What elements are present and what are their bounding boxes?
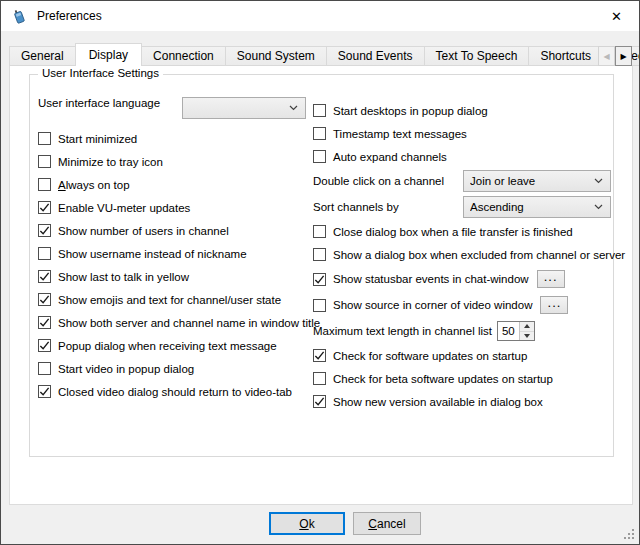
checkbox-label: Start minimized — [58, 133, 137, 145]
checkbox-check-for-beta-software-updates-on-startup[interactable] — [313, 372, 326, 385]
cancel-button[interactable]: Cancel — [353, 512, 421, 535]
checkbox-label: Show last to talk in yellow — [58, 271, 189, 283]
spin-up-button[interactable] — [520, 322, 534, 332]
checkbox-enable-vu-meter-updates[interactable] — [38, 201, 51, 214]
row-timestamp-text-messages: Timestamp text messages — [313, 122, 611, 145]
checkbox-label: Auto expand channels — [333, 151, 447, 163]
checkbox-label: Check for software updates on startup — [333, 350, 527, 362]
checkbox-label: Show new version available in dialog box — [333, 396, 543, 408]
dialog-buttons: Ok Cancel — [1, 512, 639, 535]
combo-double-click-on-a-channel[interactable]: Join or leave — [463, 170, 611, 192]
row-show-new-version-available-in-dialog-box: Show new version available in dialog box — [313, 390, 611, 413]
row-show-username-instead-of-nickname: Show username instead of nickname — [38, 242, 306, 265]
row-popup-dialog-when-receiving-text-message: Popup dialog when receiving text message — [38, 334, 306, 357]
right-column: Start desktops in popup dialogTimestamp … — [313, 75, 611, 413]
tab-panel-display: User Interface Settings User interface l… — [9, 65, 633, 505]
tab-display[interactable]: Display — [75, 43, 142, 66]
ellipsis-label: ... — [544, 269, 558, 284]
checkbox-show-last-to-talk-in-yellow[interactable] — [38, 270, 51, 283]
checkbox-minimize-to-tray-icon[interactable] — [38, 155, 51, 168]
row-maximum-text-length-in-channel-list: Maximum text length in channel list50 — [313, 318, 611, 344]
spin-down-button[interactable] — [520, 332, 534, 341]
row-check-for-software-updates-on-startup: Check for software updates on startup — [313, 344, 611, 367]
row-always-on-top: Always on top — [38, 173, 306, 196]
tab-shortcuts[interactable]: Shortcuts — [528, 46, 603, 66]
close-button[interactable]: ✕ — [594, 1, 639, 31]
chevron-down-icon — [289, 105, 298, 111]
tab-label: Display — [89, 48, 128, 62]
row-sort-channels-by: Sort channels byAscending — [313, 194, 611, 220]
checkbox-check-for-software-updates-on-startup[interactable] — [313, 349, 326, 362]
checkbox-show-source-in-corner-of-video-window[interactable] — [313, 299, 326, 312]
tab-sound-events[interactable]: Sound Events — [326, 46, 425, 66]
tab-label: Sound Events — [338, 49, 413, 63]
checkbox-label: Always on top — [58, 179, 130, 191]
checkbox-label: Show number of users in channel — [58, 225, 229, 237]
more-options-button[interactable]: ... — [540, 296, 568, 314]
ellipsis-label: ... — [548, 295, 562, 310]
checkbox-start-minimized[interactable] — [38, 132, 51, 145]
tab-label: General — [21, 49, 64, 63]
row-start-desktops-in-popup-dialog: Start desktops in popup dialog — [313, 99, 611, 122]
left-column: User interface languageStart minimizedMi… — [38, 75, 306, 403]
row-auto-expand-channels: Auto expand channels — [313, 145, 611, 168]
combo-value: Join or leave — [470, 175, 594, 187]
tab-scroll-left-button[interactable]: ◀ — [598, 46, 615, 66]
checkbox-timestamp-text-messages[interactable] — [313, 127, 326, 140]
tab-text-to-speech[interactable]: Text To Speech — [424, 46, 530, 66]
app-icon — [10, 7, 28, 25]
tab-label: Connection — [153, 49, 214, 63]
checkbox-start-video-in-popup-dialog[interactable] — [38, 362, 51, 375]
tab-label: Text To Speech — [436, 49, 518, 63]
checkbox-label: Start desktops in popup dialog — [333, 105, 488, 117]
checkbox-close-dialog-box-when-a-file-transfer-is-finished[interactable] — [313, 225, 326, 238]
checkbox-show-a-dialog-box-when-excluded-from-channel-or-server[interactable] — [313, 248, 326, 261]
checkbox-show-username-instead-of-nickname[interactable] — [38, 247, 51, 260]
chevron-down-icon — [594, 178, 603, 184]
combo-value: Ascending — [470, 201, 594, 213]
checkbox-label: Show both server and channel name in win… — [58, 317, 320, 329]
checkbox-label: Show a dialog box when excluded from cha… — [333, 249, 625, 261]
checkbox-always-on-top[interactable] — [38, 178, 51, 191]
checkbox-show-emojis-and-text-for-channel-user-state[interactable] — [38, 293, 51, 306]
checkbox-label: Timestamp text messages — [333, 128, 467, 140]
checkbox-label: Show emojis and text for channel/user st… — [58, 294, 281, 306]
spinner — [519, 322, 534, 340]
ok-button[interactable]: Ok — [269, 512, 345, 535]
resize-grip[interactable] — [624, 529, 636, 541]
checkbox-popup-dialog-when-receiving-text-message[interactable] — [38, 339, 51, 352]
checkbox-label: Enable VU-meter updates — [58, 202, 190, 214]
checkbox-show-number-of-users-in-channel[interactable] — [38, 224, 51, 237]
checkbox-start-desktops-in-popup-dialog[interactable] — [313, 104, 326, 117]
checkbox-auto-expand-channels[interactable] — [313, 150, 326, 163]
checkbox-label: Show source in corner of video window — [333, 299, 532, 311]
checkbox-label: Popup dialog when receiving text message — [58, 340, 277, 352]
chevron-down-icon — [594, 204, 603, 210]
spin-value: 50 — [498, 322, 519, 340]
row-show-source-in-corner-of-video-window: Show source in corner of video window... — [313, 292, 611, 318]
row-closed-video-dialog-should-return-to-video-tab: Closed video dialog should return to vid… — [38, 380, 306, 403]
tab-connection[interactable]: Connection — [141, 46, 226, 66]
spin-maximum-text-length-in-channel-list[interactable]: 50 — [497, 321, 535, 341]
triangle-down-icon — [524, 334, 530, 338]
checkbox-label: Minimize to tray icon — [58, 156, 163, 168]
checkbox-label: Show statusbar events in chat-window — [333, 273, 529, 285]
tab-general[interactable]: General — [9, 46, 76, 66]
group-user-interface-settings: User Interface Settings User interface l… — [29, 74, 614, 457]
row-show-last-to-talk-in-yellow: Show last to talk in yellow — [38, 265, 306, 288]
tab-sound-system[interactable]: Sound System — [225, 46, 327, 66]
combo-user-interface-language[interactable] — [182, 97, 306, 119]
row-check-for-beta-software-updates-on-startup: Check for beta software updates on start… — [313, 367, 611, 390]
more-options-button[interactable]: ... — [537, 270, 565, 288]
checkbox-closed-video-dialog-should-return-to-video-tab[interactable] — [38, 385, 51, 398]
tab-scroll-buttons: ◀ ▶ — [598, 46, 632, 66]
checkbox-show-both-server-and-channel-name-in-window-title[interactable] — [38, 316, 51, 329]
checkbox-show-new-version-available-in-dialog-box[interactable] — [313, 395, 326, 408]
row-show-number-of-users-in-channel: Show number of users in channel — [38, 219, 306, 242]
checkbox-label: Closed video dialog should return to vid… — [58, 386, 292, 398]
tab-scroll-right-button[interactable]: ▶ — [615, 46, 632, 66]
titlebar: Preferences ✕ — [1, 1, 639, 31]
checkbox-show-statusbar-events-in-chat-window[interactable] — [313, 273, 326, 286]
combo-sort-channels-by[interactable]: Ascending — [463, 196, 611, 218]
window-title: Preferences — [37, 9, 102, 23]
